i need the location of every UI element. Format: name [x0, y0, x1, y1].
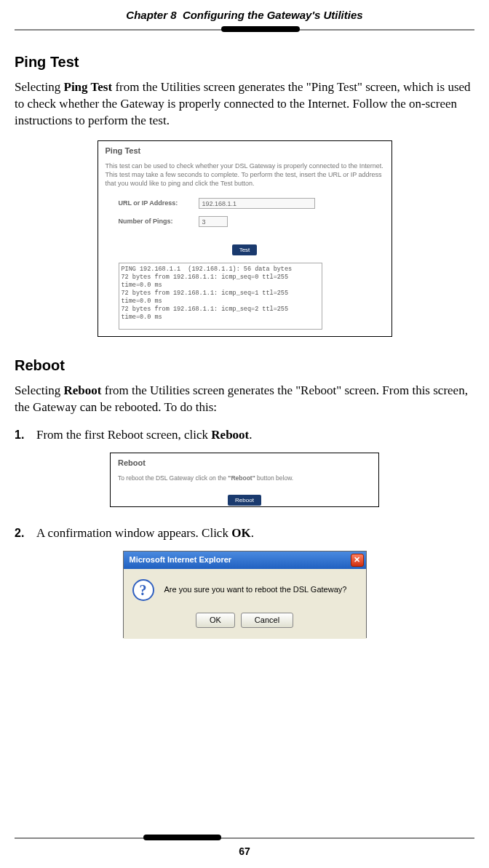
- dialog-buttons: OK Cancel: [132, 611, 357, 628]
- step-2-text: A confirmation window appears. Click OK.: [36, 525, 254, 542]
- fig-ping-description: This test can be used to check whether y…: [106, 162, 384, 188]
- fig-test-button-row: Test: [106, 240, 384, 256]
- fig-reboot-title: Reboot: [118, 458, 371, 469]
- fig-ping-title: Ping Test: [106, 146, 384, 156]
- fig-reboot-button-row: Reboot: [118, 490, 371, 506]
- fig-url-row: URL or IP Address:: [119, 198, 384, 209]
- header-divider: [15, 26, 474, 33]
- reboot-paragraph: Selecting Reboot from the Utilities scre…: [15, 383, 474, 416]
- step-2-number: 2.: [15, 525, 36, 542]
- ping-test-paragraph: Selecting Ping Test from the Utilities s…: [15, 79, 474, 130]
- chapter-header: Chapter 8 Configuring the Gateway's Util…: [15, 0, 474, 26]
- dialog-body: ? Are you sure you want to reboot the DS…: [124, 569, 366, 639]
- close-icon[interactable]: ✕: [351, 554, 364, 567]
- dialog-content: ? Are you sure you want to reboot the DS…: [132, 579, 357, 601]
- step-2: 2. A confirmation window appears. Click …: [15, 525, 474, 542]
- fig-ping-output: PING 192.168.1.1 (192.168.1.1): 56 data …: [119, 263, 322, 330]
- ping-test-screenshot: Ping Test This test can be used to check…: [98, 140, 392, 337]
- page-footer: 67: [15, 835, 474, 859]
- dialog-message: Are you sure you want to reboot the DSL …: [164, 584, 347, 595]
- chapter-label: Chapter 8: [126, 9, 176, 21]
- fig-test-button[interactable]: Test: [232, 244, 258, 255]
- fig-pings-row: Number of Pings:: [119, 216, 384, 227]
- ok-button[interactable]: OK: [196, 613, 235, 628]
- step-1: 1. From the first Reboot screen, click R…: [15, 427, 474, 444]
- chapter-title: Configuring the Gateway's Utilities: [183, 9, 363, 21]
- question-icon: ?: [132, 579, 154, 601]
- fig-url-input[interactable]: [199, 198, 315, 209]
- confirmation-dialog-screenshot: Microsoft Internet Explorer ✕ ? Are you …: [123, 551, 367, 638]
- cancel-button[interactable]: Cancel: [241, 613, 293, 628]
- step-1-text: From the first Reboot screen, click Rebo…: [36, 427, 253, 444]
- fig-pings-input[interactable]: [199, 216, 228, 227]
- fig-reboot-button[interactable]: Reboot: [228, 495, 261, 506]
- dialog-titlebar: Microsoft Internet Explorer ✕: [124, 552, 366, 569]
- footer-divider: [15, 835, 474, 842]
- dialog-title: Microsoft Internet Explorer: [130, 554, 232, 565]
- page-number: 67: [15, 845, 474, 859]
- fig-pings-label: Number of Pings:: [119, 217, 199, 226]
- step-1-number: 1.: [15, 427, 36, 444]
- section-heading-ping-test: Ping Test: [15, 52, 474, 72]
- fig-url-label: URL or IP Address:: [119, 199, 199, 208]
- section-heading-reboot: Reboot: [15, 355, 474, 375]
- fig-reboot-text: To reboot the DSL Gateway click on the "…: [118, 474, 371, 483]
- reboot-screenshot: Reboot To reboot the DSL Gateway click o…: [110, 453, 379, 507]
